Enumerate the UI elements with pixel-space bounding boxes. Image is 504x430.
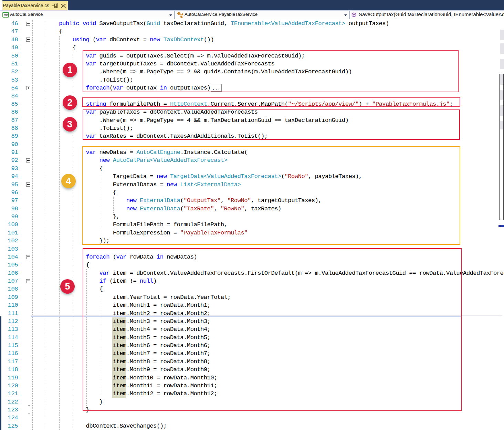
svg-text:C#: C# bbox=[3, 13, 8, 17]
